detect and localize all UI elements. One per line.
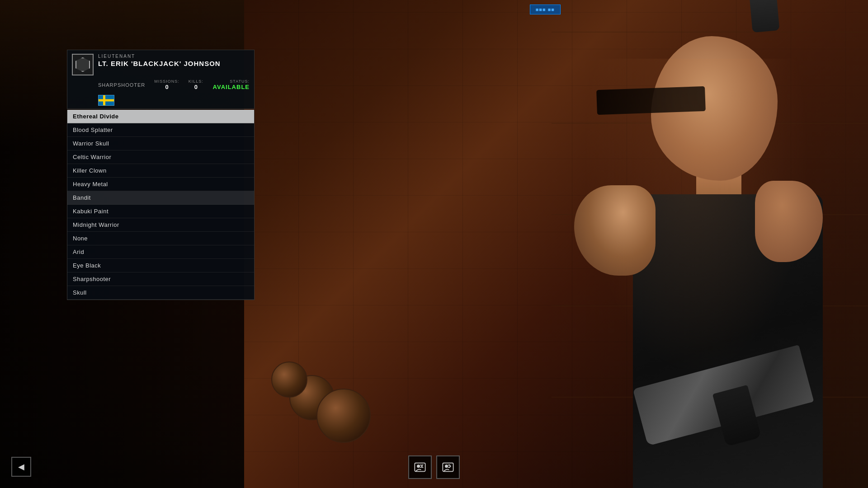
missions-value: 0 [165,84,168,90]
status-label: STATUS: [230,79,250,84]
flag-sweden [98,95,114,106]
kills-label: KILLS: [189,79,203,84]
next-soldier-button[interactable] [436,455,460,479]
header-text: LIEUTENANT LT. ERIK 'BLACKJACK' JOHNSON [98,54,250,67]
warpaint-item-warrior-skull[interactable]: Warrior Skull [67,137,254,150]
bottom-navigation [408,455,460,479]
warpaint-label-eye-black: Eye Black [73,262,101,269]
character-shoulder-left [574,185,656,276]
warpaint-label-arid: Arid [73,249,84,255]
flag-row [67,93,254,108]
next-soldier-icon [442,461,454,474]
warpaint-label-skull: Skull [73,289,87,296]
svg-point-1 [417,465,420,468]
rank-label: LIEUTENANT [98,54,250,59]
warpaint-item-ethereal-divide[interactable]: Ethereal Divide [67,110,254,123]
character-weapon [606,330,809,443]
warpaint-label-blood-splatter: Blood Splatter [73,127,113,133]
top-right-hud: ■■■ ■■ [530,5,561,14]
warpaint-item-heavy-metal[interactable]: Heavy Metal [67,178,254,191]
hud-badge: ■■■ ■■ [530,5,561,14]
prev-soldier-button[interactable] [408,455,432,479]
character-panel: LIEUTENANT LT. ERIK 'BLACKJACK' JOHNSON … [67,50,255,300]
warpaint-label-killer-clown: Killer Clown [73,167,107,174]
warpaint-item-kabuki-paint[interactable]: Kabuki Paint [67,205,254,218]
missions-stat: MISSIONS: 0 [154,79,179,90]
warpaint-list[interactable]: Ethereal DivideBlood SplatterWarrior Sku… [67,110,255,300]
character-figure [506,14,845,488]
warpaint-item-celtic-warrior[interactable]: Celtic Warrior [67,150,254,164]
warpaint-item-eye-black[interactable]: Eye Black [67,259,254,272]
warpaint-item-midnight-warrior[interactable]: Midnight Warrior [67,218,254,232]
rank-symbol-icon [75,57,90,72]
character-eye-mask [596,86,706,115]
warpaint-label-sharpshooter: Sharpshooter [73,276,111,282]
prev-soldier-icon [414,461,426,474]
class-label: SHARPSHOOTER [98,82,145,88]
rank-icon-inner [72,54,94,75]
warpaint-item-skull[interactable]: Skull [67,286,254,300]
warpaint-label-bandit: Bandit [73,194,91,201]
warpaint-label-warrior-skull: Warrior Skull [73,140,109,147]
warpaint-item-killer-clown[interactable]: Killer Clown [67,164,254,178]
status-group: STATUS: AVAILABLE [213,79,250,90]
warpaint-item-arid[interactable]: Arid [67,245,254,259]
left-navigation: ◀ [11,457,31,477]
back-button[interactable]: ◀ [11,457,31,477]
kills-stat: KILLS: 0 [189,79,203,90]
rank-icon [72,54,94,75]
character-info-header: LIEUTENANT LT. ERIK 'BLACKJACK' JOHNSON … [67,50,255,109]
warpaint-label-kabuki-paint: Kabuki Paint [73,208,108,215]
warpaint-item-sharpshooter[interactable]: Sharpshooter [67,272,254,286]
warpaint-item-blood-splatter[interactable]: Blood Splatter [67,123,254,137]
kills-value: 0 [194,84,198,90]
svg-point-3 [445,465,448,468]
barrel-2 [271,361,307,398]
warpaint-label-none: None [73,235,88,242]
missions-label: MISSIONS: [154,79,179,84]
warpaint-item-bandit[interactable]: Bandit [67,191,254,205]
warpaint-item-none[interactable]: None [67,232,254,245]
warpaint-label-ethereal-divide: Ethereal Divide [73,113,118,120]
character-area [244,0,868,488]
character-head [651,36,778,181]
warpaint-label-celtic-warrior: Celtic Warrior [73,154,111,160]
warpaint-label-heavy-metal: Heavy Metal [73,181,108,188]
warpaint-label-midnight-warrior: Midnight Warrior [73,221,119,228]
barrel-3 [316,389,371,443]
header-top: LIEUTENANT LT. ERIK 'BLACKJACK' JOHNSON [67,50,254,77]
status-value: AVAILABLE [213,84,250,90]
header-stats: SHARPSHOOTER MISSIONS: 0 KILLS: 0 STATUS… [67,77,254,93]
soldier-name: LT. ERIK 'BLACKJACK' JOHNSON [98,60,250,67]
